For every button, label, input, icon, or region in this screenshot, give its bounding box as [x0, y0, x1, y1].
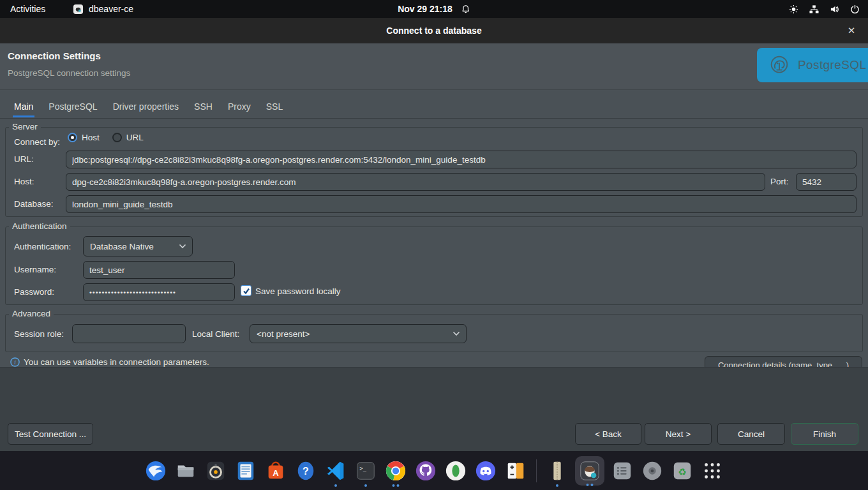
server-group-label: Server	[9, 122, 41, 131]
svg-text:>_: >_	[360, 465, 367, 471]
dock-icon-vscode[interactable]	[324, 459, 348, 483]
tab-main[interactable]: Main	[13, 101, 34, 117]
dock-icon-rhythmbox[interactable]	[204, 459, 228, 483]
connection-details-button[interactable]: Connection details (name, type, ... )	[705, 356, 862, 367]
password-input[interactable]	[83, 283, 235, 301]
database-label: Database:	[14, 199, 54, 209]
dock-icon-green-app[interactable]	[444, 459, 468, 483]
chevron-down-icon	[453, 331, 460, 336]
save-password-label: Save password locally	[255, 286, 341, 296]
authentication-select-value: Database Native	[90, 242, 154, 251]
dock-icon-package-app[interactable]	[545, 459, 569, 483]
dock-icon-panel-app[interactable]	[504, 459, 528, 483]
port-label: Port:	[770, 177, 789, 186]
tab-driver-properties[interactable]: Driver properties	[112, 101, 180, 117]
wizard-header: Connection Settings PostgreSQL connectio…	[0, 43, 868, 90]
next-button[interactable]: Next >	[645, 423, 712, 445]
postgresql-logo: PostgreSQL	[757, 48, 868, 82]
page-subtitle: PostgreSQL connection settings	[8, 68, 130, 78]
advanced-group-label: Advanced	[9, 309, 54, 318]
dock-separator	[536, 459, 537, 482]
dock-icon-list-app[interactable]	[610, 459, 634, 483]
session-role-input[interactable]	[72, 324, 186, 343]
radio-host[interactable]	[68, 133, 77, 142]
dialog-button-bar: Test Connection ... < Back Next > Cancel…	[0, 367, 868, 451]
volume-icon	[830, 4, 839, 14]
dock-icon-github-desktop[interactable]	[414, 459, 438, 483]
save-password-checkbox[interactable]	[241, 285, 251, 296]
close-button[interactable]: ✕	[842, 18, 860, 43]
clock-button[interactable]: Nov 29 21:18	[398, 0, 470, 18]
authentication-label: Authentication:	[14, 242, 71, 251]
screen: Activities dbeaver-ce Nov 29 21:18 Conne…	[0, 0, 868, 490]
check-icon	[243, 287, 250, 295]
session-role-label: Session role:	[14, 329, 64, 339]
connect-by-label: Connect by:	[14, 137, 60, 147]
radio-url[interactable]	[112, 133, 122, 142]
host-input[interactable]	[66, 173, 765, 191]
dock-icon-disc-app[interactable]	[640, 459, 664, 483]
ubuntu-dock: A ? >_	[0, 451, 868, 490]
radio-url-label: URL	[126, 133, 144, 142]
host-label: Host:	[14, 177, 34, 186]
bell-icon	[461, 4, 470, 14]
app-menu[interactable]: dbeaver-ce	[73, 0, 133, 18]
dock-icon-thunderbird[interactable]	[144, 459, 168, 483]
system-status-area[interactable]	[789, 0, 860, 18]
dbeaver-app-icon	[73, 4, 84, 15]
app-menu-label: dbeaver-ce	[89, 4, 133, 14]
chevron-down-icon	[179, 244, 186, 249]
tab-ssl[interactable]: SSL	[265, 101, 284, 117]
dock-icon-libreoffice-writer[interactable]	[234, 459, 258, 483]
postgresql-elephant-icon	[767, 53, 791, 77]
back-button[interactable]: < Back	[575, 423, 641, 445]
activities-button[interactable]: Activities	[10, 0, 45, 18]
network-icon	[809, 4, 819, 14]
password-label: Password:	[14, 287, 54, 297]
authentication-select[interactable]: Database Native	[83, 236, 193, 256]
test-connection-button[interactable]: Test Connection ...	[8, 423, 93, 445]
username-label: Username:	[14, 265, 56, 274]
cancel-button[interactable]: Cancel	[717, 423, 785, 445]
page-title: Connection Settings	[8, 50, 101, 61]
local-client-select[interactable]: <not present>	[250, 324, 467, 343]
dock-icon-files[interactable]	[174, 459, 198, 483]
svg-text:♻: ♻	[678, 466, 687, 477]
svg-text:A: A	[273, 468, 279, 477]
gnome-top-bar: Activities dbeaver-ce Nov 29 21:18	[0, 0, 868, 18]
local-client-select-value: <not present>	[257, 329, 310, 339]
url-input[interactable]	[66, 151, 857, 168]
dock-icon-discord[interactable]	[474, 459, 498, 483]
dock-icon-help[interactable]: ?	[294, 459, 318, 483]
dock-icon-dbeaver[interactable]	[575, 456, 604, 486]
authentication-group-label: Authentication	[9, 221, 70, 231]
database-input[interactable]	[66, 195, 857, 213]
url-label: URL:	[14, 154, 34, 164]
app-grid-button[interactable]	[700, 459, 724, 483]
postgresql-logo-text: PostgreSQL	[798, 58, 867, 72]
variables-hint-text: You can use variables in connection para…	[24, 357, 209, 367]
connect-by-radios: Host URL	[68, 133, 144, 142]
svg-text:?: ?	[303, 464, 309, 476]
local-client-label: Local Client:	[192, 329, 239, 339]
tab-ssh[interactable]: SSH	[193, 101, 214, 117]
variables-hint: i You can use variables in connection pa…	[10, 357, 209, 367]
username-input[interactable]	[83, 261, 235, 279]
dock-icon-recycle-app[interactable]: ♻	[670, 459, 694, 483]
settings-content: Server Connect by: Host URL URL: Host: P…	[0, 119, 868, 367]
finish-button[interactable]: Finish	[791, 423, 858, 445]
clock-label: Nov 29 21:18	[398, 4, 453, 14]
tab-bar: Main PostgreSQL Driver properties SSH Pr…	[0, 90, 868, 119]
dock-icon-chrome[interactable]	[384, 459, 408, 483]
port-input[interactable]	[796, 173, 857, 191]
tab-proxy[interactable]: Proxy	[227, 101, 252, 117]
dock-icon-ubuntu-software[interactable]: A	[264, 459, 288, 483]
power-icon	[850, 4, 860, 14]
dock-icon-terminal[interactable]: >_	[354, 459, 378, 483]
radio-host-label: Host	[82, 133, 100, 142]
dialog-title: Connect to a database	[0, 18, 868, 43]
info-icon: i	[10, 357, 20, 367]
svg-text:i: i	[14, 359, 16, 366]
brightness-icon	[789, 4, 798, 14]
tab-postgresql[interactable]: PostgreSQL	[47, 101, 98, 117]
